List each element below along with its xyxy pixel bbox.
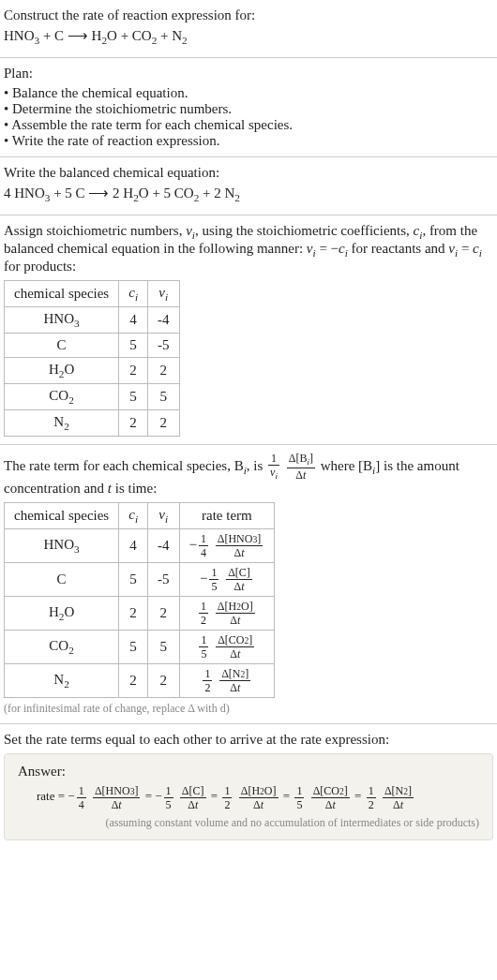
balanced-equation: 4 HNO3 + 5 C ⟶ 2 H2O + 5 CO2 + 2 N2 <box>4 185 493 203</box>
cell-c: 4 <box>119 529 148 563</box>
stoich-section: Assign stoichiometric numbers, νi, using… <box>0 215 497 445</box>
table-row: CO2 5 5 15 Δ[CO2]Δt <box>5 631 275 664</box>
text: The rate term for each chemical species,… <box>4 458 244 473</box>
answer-label: Answer: <box>18 764 479 780</box>
answer-note: (assuming constant volume and no accumul… <box>18 816 479 830</box>
cell-term: 12 Δ[H2O]Δt <box>179 597 275 631</box>
table-row: C 5 -5 −15 Δ[C]Δt <box>5 563 275 597</box>
cell-nu: 2 <box>148 664 180 698</box>
cell-c: 2 <box>119 597 148 631</box>
col-species: chemical species <box>5 281 119 307</box>
cell-c: 2 <box>119 664 148 698</box>
cell-term: −15 Δ[C]Δt <box>179 563 275 597</box>
cell-species: N2 <box>5 410 119 437</box>
cell-nu: 2 <box>148 597 180 631</box>
cell-nu: 2 <box>148 410 180 437</box>
table-header-row: chemical species ci νi <box>5 281 180 307</box>
col-c: ci <box>119 503 148 529</box>
rateterm-note: (for infinitesimal rate of change, repla… <box>4 702 493 716</box>
rate-expression: rate = −14 Δ[HNO3]Δt = −15 Δ[C]Δt = 12 Δ… <box>18 785 479 810</box>
final-heading: Set the rate terms equal to each other t… <box>4 732 493 748</box>
cell-nu: 2 <box>148 358 180 384</box>
cell-species: C <box>5 563 119 597</box>
cell-nu: -4 <box>148 307 180 334</box>
prompt-title: Construct the rate of reaction expressio… <box>4 7 493 23</box>
cell-species: H2O <box>5 597 119 631</box>
text: for reactants and <box>348 241 448 256</box>
final-section: Set the rate terms equal to each other t… <box>0 724 497 848</box>
prompt-equation: HNO3 + C ⟶ H2O + CO2 + N2 <box>4 27 493 46</box>
col-species: chemical species <box>5 503 119 529</box>
cell-c: 2 <box>119 410 148 437</box>
col-term: rate term <box>179 503 275 529</box>
stoich-table: chemical species ci νi HNO3 4 -4 C 5 -5 … <box>4 280 180 437</box>
rateterm-section: The rate term for each chemical species,… <box>0 445 497 724</box>
col-c: ci <box>119 281 148 307</box>
cell-nu: 5 <box>148 631 180 664</box>
col-nu: νi <box>148 503 180 529</box>
stoich-intro: Assign stoichiometric numbers, νi, using… <box>4 223 493 275</box>
text: , using the stoichiometric coefficients, <box>195 223 414 238</box>
cell-species: C <box>5 334 119 358</box>
text: where [B <box>321 458 372 473</box>
rateterm-table: chemical species ci νi rate term HNO3 4 … <box>4 502 275 698</box>
table-row: HNO3 4 -4 <box>5 307 180 334</box>
cell-nu: -5 <box>148 563 180 597</box>
cell-nu: -4 <box>148 529 180 563</box>
plan-list: Balance the chemical equation. Determine… <box>4 85 493 149</box>
balanced-heading: Write the balanced chemical equation: <box>4 165 493 181</box>
table-row: H2O 2 2 12 Δ[H2O]Δt <box>5 597 275 631</box>
cell-species: H2O <box>5 358 119 384</box>
table-row: CO2 5 5 <box>5 384 180 410</box>
cell-term: −14 Δ[HNO3]Δt <box>179 529 275 563</box>
cell-nu: -5 <box>148 334 180 358</box>
cell-c: 5 <box>119 563 148 597</box>
table-row: N2 2 2 <box>5 410 180 437</box>
plan-section: Plan: Balance the chemical equation. Det… <box>0 58 497 157</box>
cell-c: 5 <box>119 631 148 664</box>
text: is time: <box>112 481 157 496</box>
cell-nu: 5 <box>148 384 180 410</box>
table-row: HNO3 4 -4 −14 Δ[HNO3]Δt <box>5 529 275 563</box>
table-row: N2 2 2 12 Δ[N2]Δt <box>5 664 275 698</box>
cell-term: 12 Δ[N2]Δt <box>179 664 275 698</box>
text: rate = <box>37 790 68 804</box>
cell-species: CO2 <box>5 631 119 664</box>
cell-c: 2 <box>119 358 148 384</box>
table-row: C 5 -5 <box>5 334 180 358</box>
cell-species: HNO3 <box>5 529 119 563</box>
cell-term: 15 Δ[CO2]Δt <box>179 631 275 664</box>
text: for products: <box>4 259 76 274</box>
rateterm-intro: The rate term for each chemical species,… <box>4 453 493 497</box>
col-nu: νi <box>148 281 180 307</box>
answer-box: Answer: rate = −14 Δ[HNO3]Δt = −15 Δ[C]Δ… <box>4 753 493 840</box>
balanced-section: Write the balanced chemical equation: 4 … <box>0 157 497 215</box>
cell-species: CO2 <box>5 384 119 410</box>
table-header-row: chemical species ci νi rate term <box>5 503 275 529</box>
cell-c: 5 <box>119 384 148 410</box>
prompt-section: Construct the rate of reaction expressio… <box>0 0 497 58</box>
plan-item: Assemble the rate term for each chemical… <box>4 117 493 133</box>
table-row: H2O 2 2 <box>5 358 180 384</box>
cell-species: HNO3 <box>5 307 119 334</box>
text: Assign stoichiometric numbers, <box>4 223 186 238</box>
plan-item: Determine the stoichiometric numbers. <box>4 101 493 117</box>
cell-c: 5 <box>119 334 148 358</box>
cell-species: N2 <box>5 664 119 698</box>
plan-heading: Plan: <box>4 66 493 82</box>
cell-c: 4 <box>119 307 148 334</box>
text: , is <box>247 458 266 473</box>
plan-item: Balance the chemical equation. <box>4 85 493 101</box>
plan-item: Write the rate of reaction expression. <box>4 133 493 149</box>
